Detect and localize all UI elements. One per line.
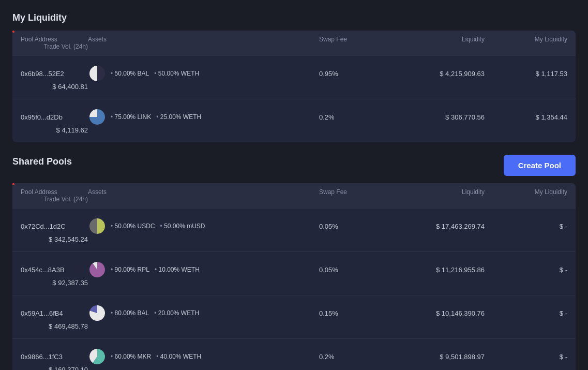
my-liquidity-value: $ - bbox=[485, 266, 567, 274]
liquidity: $ 306,770.56 bbox=[402, 113, 485, 121]
shared-pools-rows: 0x72Cd...1d2C50.00% USDC50.00% mUSD0.05%… bbox=[12, 208, 576, 370]
pool-address: 0x6b98...52E2 bbox=[21, 70, 88, 78]
create-pool-button[interactable]: Create Pool bbox=[504, 155, 576, 176]
shared-pools-table: Pool Address Assets Swap Fee Liquidity M… bbox=[12, 183, 576, 370]
liquidity: $ 9,501,898.97 bbox=[402, 353, 485, 361]
asset-label: 40.00% WETH bbox=[156, 353, 201, 360]
col-header-myliq: My Liquidity bbox=[485, 36, 567, 43]
swap-fee: 0.95% bbox=[319, 70, 402, 78]
col-header-liq: Liquidity bbox=[402, 36, 485, 43]
asset-label: 75.00% LINK bbox=[111, 113, 151, 121]
asset-label: 50.00% WETH bbox=[154, 70, 199, 77]
my-liquidity-value: $ - bbox=[485, 353, 567, 361]
pool-address: 0x95f0...d2Db bbox=[21, 113, 88, 121]
trade-volume: $ 469,485.78 bbox=[21, 322, 88, 330]
table-row[interactable]: 0x454c...8A3B90.00% RPL10.00% WETH0.05%$… bbox=[12, 251, 576, 295]
liquidity: $ 4,215,909.63 bbox=[402, 70, 485, 78]
asset-label: 50.00% USDC bbox=[111, 223, 155, 230]
trade-volume: $ 64,400.81 bbox=[21, 83, 88, 91]
pool-address: 0x59A1...6fB4 bbox=[21, 309, 88, 317]
my-liquidity-value: $ 1,117.53 bbox=[485, 70, 567, 78]
pool-address: 0x72Cd...1d2C bbox=[21, 223, 88, 230]
assets-cell: 60.00% MKR40.00% WETH bbox=[88, 347, 264, 366]
sp-col-header-vol: Trade Vol. (24h) bbox=[21, 196, 88, 203]
pool-address: 0x9866...1fC3 bbox=[21, 353, 88, 361]
trade-volume: $ 4,119.62 bbox=[21, 126, 88, 134]
assets-cell: 90.00% RPL10.00% WETH bbox=[88, 260, 264, 279]
swap-fee: 0.2% bbox=[319, 353, 402, 361]
my-liquidity-rows: 0x6b98...52E250.00% BAL50.00% WETH0.95%$… bbox=[12, 55, 576, 142]
asset-label: 50.00% mUSD bbox=[160, 223, 205, 230]
swap-fee: 0.2% bbox=[319, 113, 402, 121]
assets-cell: 50.00% USDC50.00% mUSD bbox=[88, 217, 264, 235]
col-header-address: Pool Address bbox=[21, 36, 88, 43]
liquidity: $ 10,146,390.76 bbox=[402, 309, 485, 317]
shared-pools-table-container: Pool Address Assets Swap Fee Liquidity M… bbox=[12, 183, 576, 370]
table-row[interactable]: 0x72Cd...1d2C50.00% USDC50.00% mUSD0.05%… bbox=[12, 208, 576, 251]
shared-pools-header: Shared Pools Create Pool bbox=[12, 155, 576, 176]
col-header-spacer bbox=[264, 36, 319, 43]
my-liquidity-header: Pool Address Assets Swap Fee Liquidity M… bbox=[12, 31, 576, 55]
swap-fee: 0.05% bbox=[319, 223, 402, 230]
pool-address: 0x454c...8A3B bbox=[21, 266, 88, 274]
my-liquidity-title: My Liquidity bbox=[12, 12, 576, 23]
liquidity: $ 17,463,269.74 bbox=[402, 223, 485, 230]
my-liquidity-value: $ - bbox=[485, 223, 567, 230]
table-row[interactable]: 0x59A1...6fB480.00% BAL20.00% WETH0.15%$… bbox=[12, 295, 576, 338]
assets-cell: 80.00% BAL20.00% WETH bbox=[88, 304, 264, 322]
asset-label: 50.00% BAL bbox=[111, 70, 149, 77]
sp-col-header-myliq: My Liquidity bbox=[485, 188, 567, 196]
swap-fee: 0.15% bbox=[319, 309, 402, 317]
my-liquidity-table-container: Pool Address Assets Swap Fee Liquidity M… bbox=[12, 31, 576, 142]
col-header-vol: Trade Vol. (24h) bbox=[21, 43, 88, 50]
assets-cell: 75.00% LINK25.00% WETH bbox=[88, 108, 264, 126]
table-row[interactable]: 0x9866...1fC360.00% MKR40.00% WETH0.2%$ … bbox=[12, 338, 576, 370]
asset-label: 80.00% BAL bbox=[111, 309, 149, 317]
shared-pools-title: Shared Pools bbox=[12, 156, 72, 167]
trade-volume: $ 342,545.24 bbox=[21, 235, 88, 243]
my-liquidity-value: $ 1,354.44 bbox=[485, 113, 567, 121]
asset-label: 25.00% WETH bbox=[156, 113, 201, 121]
trade-volume: $ 169,370.10 bbox=[21, 366, 88, 370]
sp-col-header-spacer bbox=[264, 188, 319, 196]
sp-col-header-address: Pool Address bbox=[21, 188, 88, 196]
col-header-assets: Assets bbox=[88, 36, 264, 43]
trade-volume: $ 92,387.35 bbox=[21, 279, 88, 287]
assets-cell: 50.00% BAL50.00% WETH bbox=[88, 64, 264, 83]
asset-label: 60.00% MKR bbox=[111, 353, 151, 360]
asset-label: 10.00% WETH bbox=[155, 266, 200, 273]
shared-pools-section: Shared Pools Create Pool Pool Address As… bbox=[12, 155, 576, 370]
sp-col-header-fee: Swap Fee bbox=[319, 188, 402, 196]
my-liquidity-section: My Liquidity Pool Address Assets Swap Fe… bbox=[12, 12, 576, 142]
my-liquidity-table: Pool Address Assets Swap Fee Liquidity M… bbox=[12, 31, 576, 142]
table-row[interactable]: 0x95f0...d2Db75.00% LINK25.00% WETH0.2%$… bbox=[12, 99, 576, 142]
shared-pools-header-row: Pool Address Assets Swap Fee Liquidity M… bbox=[12, 183, 576, 208]
asset-label: 20.00% WETH bbox=[154, 309, 199, 317]
sp-col-header-liq: Liquidity bbox=[402, 188, 485, 196]
my-liquidity-value: $ - bbox=[485, 309, 567, 317]
swap-fee: 0.05% bbox=[319, 266, 402, 274]
liquidity: $ 11,216,955.86 bbox=[402, 266, 485, 274]
sp-col-header-assets: Assets bbox=[88, 188, 264, 196]
table-row[interactable]: 0x6b98...52E250.00% BAL50.00% WETH0.95%$… bbox=[12, 55, 576, 99]
col-header-fee: Swap Fee bbox=[319, 36, 402, 43]
asset-label: 90.00% RPL bbox=[111, 266, 149, 273]
